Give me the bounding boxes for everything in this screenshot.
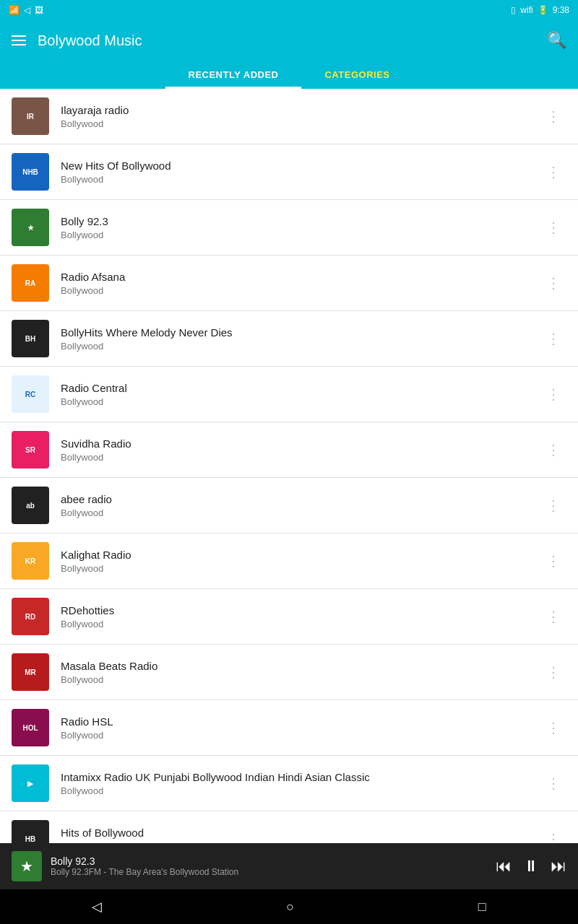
item-thumbnail-11: MR xyxy=(12,653,49,691)
list-item[interactable]: ▶ Intamixx Radio UK Punjabi Bollywood In… xyxy=(0,756,578,811)
item-thumbnail-6: RC xyxy=(12,375,49,413)
vibrate-icon: ▯ xyxy=(511,5,516,15)
item-category-3: Bollywood xyxy=(61,230,540,240)
item-thumbnail-3: ★ xyxy=(12,209,49,246)
item-category-13: Bollywood xyxy=(61,785,540,796)
menu-line-3 xyxy=(12,44,26,45)
item-info-8: abee radio Bollywood xyxy=(61,493,540,518)
list-item[interactable]: RC Radio Central Bollywood ⋮ xyxy=(0,367,578,422)
menu-line-2 xyxy=(12,40,26,41)
thumb-text-14: HB xyxy=(25,835,35,843)
thumb-text-12: HOL xyxy=(22,724,38,732)
item-menu-5[interactable]: ⋮ xyxy=(540,324,566,353)
item-menu-10[interactable]: ⋮ xyxy=(540,602,566,631)
list-item[interactable]: NHB New Hits Of Bollywood Bollywood ⋮ xyxy=(0,144,578,200)
app-bar-left: Bolywood Music xyxy=(12,32,142,49)
item-thumbnail-1: IR xyxy=(12,97,49,135)
mini-player-title: Bolly 92.3 xyxy=(51,855,487,867)
tabs-bar: RECENTLY ADDED CATEGORIES xyxy=(0,61,578,89)
item-category-1: Bollywood xyxy=(61,118,540,129)
app-title: Bolywood Music xyxy=(38,32,142,49)
list-item[interactable]: SR Suvidha Radio Bollywood ⋮ xyxy=(0,422,578,478)
item-thumbnail-7: SR xyxy=(12,431,49,468)
back-button[interactable]: ◁ xyxy=(92,899,102,915)
pause-button[interactable]: ⏸ xyxy=(523,857,539,876)
list-item[interactable]: RD RDehotties Bollywood ⋮ xyxy=(0,589,578,645)
thumb-text-8: ab xyxy=(26,502,35,510)
item-name-3: Bolly 92.3 xyxy=(61,215,540,227)
thumb-text-7: SR xyxy=(25,446,35,454)
item-name-9: Kalighat Radio xyxy=(61,549,540,561)
item-name-7: Suvidha Radio xyxy=(61,437,540,450)
signal-icon: ◁ xyxy=(24,5,30,15)
item-menu-4[interactable]: ⋮ xyxy=(540,269,566,297)
item-name-10: RDehotties xyxy=(61,604,540,616)
mini-player[interactable]: ★ Bolly 92.3 Bolly 92.3FM - The Bay Area… xyxy=(0,843,578,889)
thumb-text-2: NHB xyxy=(22,168,38,176)
item-thumbnail-5: BH xyxy=(12,320,49,357)
item-name-14: Hits of Bollywood xyxy=(61,827,540,839)
item-menu-14[interactable]: ⋮ xyxy=(540,824,566,843)
recent-button[interactable]: □ xyxy=(478,899,486,915)
item-name-13: Intamixx Radio UK Punjabi Bollywood Indi… xyxy=(61,771,540,783)
item-menu-12[interactable]: ⋮ xyxy=(540,713,566,742)
status-bar-right: ▯ wifi 🔋 9:38 xyxy=(511,5,569,15)
item-menu-7[interactable]: ⋮ xyxy=(540,435,566,464)
item-info-5: BollyHits Where Melody Never Dies Bollyw… xyxy=(61,326,540,352)
item-category-4: Bollywood xyxy=(61,285,540,296)
item-category-11: Bollywood xyxy=(61,674,540,685)
mini-player-info: Bolly 92.3 Bolly 92.3FM - The Bay Area's… xyxy=(51,855,487,877)
list-item[interactable]: MR Masala Beats Radio Bollywood ⋮ xyxy=(0,645,578,700)
list-item[interactable]: KR Kalighat Radio Bollywood ⋮ xyxy=(0,533,578,589)
wifi-icon: wifi xyxy=(520,5,532,15)
list-item[interactable]: IR Ilayaraja radio Bollywood ⋮ xyxy=(0,89,578,144)
list-item[interactable]: ★ Bolly 92.3 Bollywood ⋮ xyxy=(0,200,578,256)
item-info-14: Hits of Bollywood Bollywood xyxy=(61,827,540,844)
item-category-2: Bollywood xyxy=(61,174,540,185)
radio-list: IR Ilayaraja radio Bollywood ⋮ NHB New H… xyxy=(0,89,578,843)
item-category-8: Bollywood xyxy=(61,507,540,518)
search-button[interactable]: 🔍 xyxy=(547,31,566,50)
item-name-2: New Hits Of Bollywood xyxy=(61,160,540,172)
menu-line-1 xyxy=(12,35,26,37)
item-info-9: Kalighat Radio Bollywood xyxy=(61,549,540,574)
wifi-calling-icon: 📶 xyxy=(9,5,20,15)
item-info-7: Suvidha Radio Bollywood xyxy=(61,437,540,463)
next-button[interactable]: ⏭ xyxy=(551,857,566,876)
item-info-3: Bolly 92.3 Bollywood xyxy=(61,215,540,240)
item-menu-13[interactable]: ⋮ xyxy=(540,769,566,798)
item-menu-8[interactable]: ⋮ xyxy=(540,491,566,520)
item-menu-1[interactable]: ⋮ xyxy=(540,102,566,131)
tab-categories[interactable]: CATEGORIES xyxy=(301,61,413,89)
item-category-7: Bollywood xyxy=(61,452,540,463)
system-nav: ◁ ○ □ xyxy=(0,889,578,924)
item-menu-11[interactable]: ⋮ xyxy=(540,658,566,687)
thumb-text-6: RC xyxy=(25,391,35,398)
item-menu-9[interactable]: ⋮ xyxy=(540,546,566,575)
item-name-5: BollyHits Where Melody Never Dies xyxy=(61,326,540,339)
list-item[interactable]: HB Hits of Bollywood Bollywood ⋮ xyxy=(0,811,578,843)
tab-recently-added[interactable]: RECENTLY ADDED xyxy=(165,61,302,89)
item-thumbnail-13: ▶ xyxy=(12,764,49,802)
app-bar: Bolywood Music 🔍 xyxy=(0,20,578,61)
item-category-12: Bollywood xyxy=(61,730,540,741)
item-info-4: Radio Afsana Bollywood xyxy=(61,271,540,296)
item-menu-3[interactable]: ⋮ xyxy=(540,213,566,242)
status-bar: 📶 ◁ 🖼 ▯ wifi 🔋 9:38 xyxy=(0,0,578,20)
list-item[interactable]: HOL Radio HSL Bollywood ⋮ xyxy=(0,700,578,756)
mini-player-subtitle: Bolly 92.3FM - The Bay Area's Bollywood … xyxy=(51,867,487,877)
item-category-10: Bollywood xyxy=(61,619,540,629)
item-menu-2[interactable]: ⋮ xyxy=(540,157,566,186)
prev-button[interactable]: ⏮ xyxy=(496,857,512,876)
list-item[interactable]: ab abee radio Bollywood ⋮ xyxy=(0,478,578,533)
list-item[interactable]: RA Radio Afsana Bollywood ⋮ xyxy=(0,256,578,311)
item-name-6: Radio Central xyxy=(61,382,540,394)
menu-button[interactable] xyxy=(12,35,26,45)
thumb-text-1: IR xyxy=(27,113,34,121)
item-info-13: Intamixx Radio UK Punjabi Bollywood Indi… xyxy=(61,771,540,796)
item-menu-6[interactable]: ⋮ xyxy=(540,380,566,409)
home-button[interactable]: ○ xyxy=(286,899,294,915)
list-item[interactable]: BH BollyHits Where Melody Never Dies Bol… xyxy=(0,311,578,367)
item-name-4: Radio Afsana xyxy=(61,271,540,283)
item-name-1: Ilayaraja radio xyxy=(61,104,540,116)
